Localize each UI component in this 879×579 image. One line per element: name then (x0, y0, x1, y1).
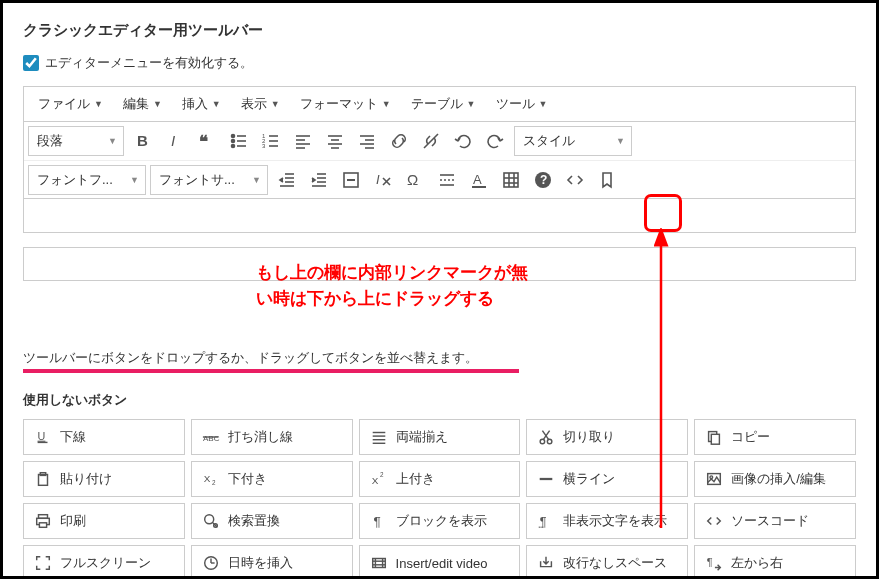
unused-copy-button[interactable]: コピー (694, 419, 856, 455)
source-icon (705, 511, 723, 531)
unused-button-label: 上付き (396, 470, 435, 488)
svg-text:I: I (376, 172, 380, 187)
align-right-button[interactable] (352, 126, 382, 156)
svg-text:U: U (38, 430, 46, 442)
menu-label: 表示 (241, 95, 267, 113)
code-button[interactable] (560, 165, 590, 195)
paragraph-select[interactable]: 段落 ▼ (28, 126, 124, 156)
help-button[interactable]: ? (528, 165, 558, 195)
unused-pilcrow-button[interactable]: ¶ブロックを表示 (359, 503, 521, 539)
quote-button[interactable]: ❝ (192, 126, 222, 156)
redo-button[interactable] (480, 126, 510, 156)
bullet-list-button[interactable] (224, 126, 254, 156)
font-size-select[interactable]: フォントサ... ▼ (150, 165, 268, 195)
menu-フォーマット[interactable]: フォーマット▼ (290, 87, 401, 121)
unused-underline-button[interactable]: U下線 (23, 419, 185, 455)
unused-invisible-button[interactable]: ¶非表示文字を表示 (526, 503, 688, 539)
cut-icon (537, 427, 555, 447)
svg-line-66 (543, 431, 549, 440)
bookmark-button[interactable] (592, 165, 622, 195)
svg-rect-68 (711, 434, 719, 444)
svg-text:B: B (137, 132, 148, 149)
enable-editor-menu-row[interactable]: エディターメニューを有効化する。 (23, 54, 856, 72)
italic-button[interactable]: I (160, 126, 190, 156)
hr-insert-button[interactable] (336, 165, 366, 195)
paste-icon (34, 469, 52, 489)
svg-text:X: X (204, 473, 211, 484)
hr-icon (537, 469, 555, 489)
unused-strike-button[interactable]: ABC打ち消し線 (191, 419, 353, 455)
indent-button[interactable] (304, 165, 334, 195)
align-center-button[interactable] (320, 126, 350, 156)
unused-superscript-button[interactable]: X2上付き (359, 461, 521, 497)
enable-editor-menu-checkbox[interactable] (23, 55, 39, 71)
menu-label: 挿入 (182, 95, 208, 113)
svg-point-81 (204, 515, 213, 524)
unused-image-button[interactable]: 画像の挿入/編集 (694, 461, 856, 497)
align-left-button[interactable] (288, 126, 318, 156)
menu-label: フォーマット (300, 95, 378, 113)
unused-button-label: ブロックを表示 (396, 512, 487, 530)
chevron-down-icon: ▼ (467, 99, 476, 109)
underline-icon: U (34, 427, 52, 447)
svg-text:X: X (371, 475, 378, 486)
unused-button-label: フルスクリーン (60, 554, 151, 572)
datetime-icon (202, 553, 220, 573)
svg-text:3: 3 (262, 143, 266, 149)
subscript-icon: X2 (202, 469, 220, 489)
menu-label: テーブル (411, 95, 463, 113)
chevron-down-icon: ▼ (271, 99, 280, 109)
unused-button-label: 両端揃え (396, 428, 448, 446)
drop-hint-row: ツールバーにボタンをドロップするか、ドラッグしてボタンを並べ替えます。 (23, 349, 856, 379)
link-button[interactable] (384, 126, 414, 156)
menu-表示[interactable]: 表示▼ (231, 87, 290, 121)
image-icon (705, 469, 723, 489)
svg-text:2: 2 (379, 471, 383, 478)
svg-text:¶: ¶ (707, 556, 713, 568)
menu-ツール[interactable]: ツール▼ (486, 87, 558, 121)
nbsp-icon (537, 553, 555, 573)
unused-button-label: コピー (731, 428, 770, 446)
unused-nbsp-button[interactable]: 改行なしスペース (526, 545, 688, 579)
menu-ファイル[interactable]: ファイル▼ (28, 87, 113, 121)
svg-text:I: I (171, 132, 175, 149)
number-list-button[interactable]: 123 (256, 126, 286, 156)
unused-search-button[interactable]: 検索置換 (191, 503, 353, 539)
copy-icon (705, 427, 723, 447)
outdent-button[interactable] (272, 165, 302, 195)
page-break-button[interactable] (432, 165, 462, 195)
unused-subscript-button[interactable]: X2下付き (191, 461, 353, 497)
omega-button[interactable]: Ω (400, 165, 430, 195)
unused-datetime-button[interactable]: 日時を挿入 (191, 545, 353, 579)
enable-editor-menu-label: エディターメニューを有効化する。 (45, 54, 253, 72)
unused-ltr-button[interactable]: ¶左から右 (694, 545, 856, 579)
svg-point-5 (232, 140, 235, 143)
chevron-down-icon: ▼ (130, 175, 139, 185)
font-family-select[interactable]: フォントフ... ▼ (28, 165, 146, 195)
settings-panel: クラシックエディター用ツールバー エディターメニューを有効化する。 ファイル▼編… (0, 0, 879, 579)
clear-format-button[interactable]: I (368, 165, 398, 195)
undo-button[interactable] (448, 126, 478, 156)
toolbar-drop-zone-1[interactable] (23, 199, 856, 233)
unused-print-button[interactable]: 印刷 (23, 503, 185, 539)
toolbar-row-2: フォントフ... ▼ フォントサ... ▼ IΩA? (24, 160, 855, 198)
unused-justify-button[interactable]: 両端揃え (359, 419, 521, 455)
menu-編集[interactable]: 編集▼ (113, 87, 172, 121)
menu-挿入[interactable]: 挿入▼ (172, 87, 231, 121)
unused-video-button[interactable]: Insert/edit video (359, 545, 521, 579)
style-select[interactable]: スタイル ▼ (514, 126, 632, 156)
unused-source-button[interactable]: ソースコード (694, 503, 856, 539)
text-color-button[interactable]: A (464, 165, 494, 195)
table-icon-button[interactable] (496, 165, 526, 195)
editor-menubar: ファイル▼編集▼挿入▼表示▼フォーマット▼テーブル▼ツール▼ (23, 86, 856, 121)
menu-label: ツール (496, 95, 535, 113)
annotation-text: もし上の欄に内部リンクマークが無 い時は下から上にドラッグする (256, 260, 528, 311)
unused-hr-button[interactable]: 横ライン (526, 461, 688, 497)
chevron-down-icon: ▼ (252, 175, 261, 185)
unused-cut-button[interactable]: 切り取り (526, 419, 688, 455)
menu-テーブル[interactable]: テーブル▼ (401, 87, 486, 121)
bold-button[interactable]: B (128, 126, 158, 156)
unused-fullscreen-button[interactable]: フルスクリーン (23, 545, 185, 579)
unused-paste-button[interactable]: 貼り付け (23, 461, 185, 497)
unlink-button[interactable] (416, 126, 446, 156)
